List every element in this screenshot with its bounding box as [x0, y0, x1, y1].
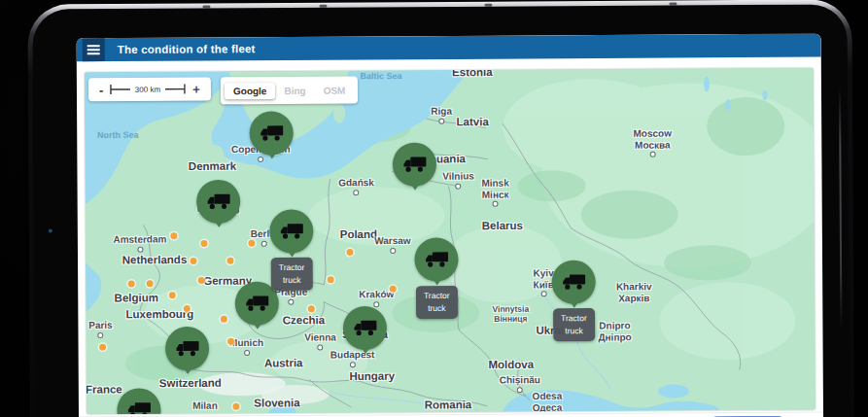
zoom-in-button[interactable]: +: [188, 82, 205, 96]
truck-marker[interactable]: [269, 209, 313, 253]
poi-dot: [128, 280, 135, 287]
poi-dot: [232, 403, 239, 410]
truck-icon: [401, 156, 427, 174]
city-dot-icon: [373, 301, 379, 307]
country-label: Romania: [425, 399, 472, 412]
poi-dot: [390, 286, 397, 293]
city-dot-icon: [456, 183, 462, 189]
city-dot-icon: [517, 387, 523, 393]
city-dot-icon: [244, 349, 250, 355]
scale-ruler-icon: 300 km: [110, 84, 186, 95]
country-label: Slovenia: [254, 397, 299, 410]
country-label: Estonia: [452, 68, 493, 80]
camera-reflection: [49, 228, 52, 232]
country-label: Belgium: [115, 292, 158, 304]
truck-marker[interactable]: [393, 143, 436, 187]
truck-tooltip: Tractortruck: [271, 258, 313, 292]
poi-dot: [227, 258, 234, 264]
device-bezel: The condition of the fleet: [32, 4, 850, 417]
city-label: Munich: [229, 337, 263, 356]
zoom-out-button[interactable]: -: [94, 83, 108, 97]
truck-marker[interactable]: [165, 327, 209, 370]
poi-dot: [169, 292, 176, 298]
truck-icon: [561, 273, 586, 292]
country-label: Poland: [340, 228, 377, 241]
tab-google[interactable]: Google: [225, 83, 276, 99]
poi-dot: [198, 277, 205, 284]
country-label: France: [86, 383, 122, 396]
truck-icon: [206, 192, 231, 211]
tab-bing[interactable]: Bing: [275, 82, 314, 98]
poi-dot: [328, 276, 334, 283]
city-label: Gdańsk: [338, 177, 374, 195]
country-label: Belarus: [482, 220, 523, 232]
hamburger-icon: [87, 49, 100, 51]
truck-marker[interactable]: [552, 261, 596, 304]
sea-label: Baltic Sea: [360, 71, 401, 82]
city-label: VinnytsiaВінниця: [492, 305, 529, 325]
poi-dot: [147, 280, 154, 287]
city-dot-icon: [540, 291, 546, 296]
city-label: MoscowМосква: [633, 128, 672, 157]
country-label: Czechia: [283, 314, 326, 327]
city-label: Warsaw: [374, 235, 411, 254]
city-label: Paris: [88, 320, 113, 338]
truck-icon: [244, 295, 269, 313]
truck-icon: [126, 400, 152, 414]
poi-dot: [308, 305, 315, 312]
hamburger-menu-button[interactable]: [83, 38, 105, 61]
city-dot-icon: [318, 344, 324, 350]
truck-marker[interactable]: [343, 306, 387, 350]
map-layer-switcher: Google Bing OSM: [221, 77, 359, 105]
truck-icon: [259, 123, 284, 142]
city-label: Kraków: [359, 289, 394, 307]
city-label: DniproДніпро: [598, 320, 631, 342]
truck-tooltip: Tractortruck: [416, 286, 458, 320]
poi-dot: [200, 240, 207, 247]
poi-dot: [99, 344, 106, 351]
truck-icon: [424, 250, 449, 268]
tab-osm[interactable]: OSM: [315, 82, 355, 98]
city-dot-icon: [288, 298, 294, 304]
poi-dot: [248, 240, 255, 247]
city-label: Riga: [431, 106, 452, 124]
country-label: Latvia: [457, 116, 489, 128]
country-label: Austria: [264, 357, 303, 369]
country-label: Hungary: [349, 370, 395, 384]
country-label: Denmark: [189, 160, 236, 174]
truck-icon: [279, 222, 304, 240]
app-header: The condition of the fleet: [77, 34, 821, 62]
city-label: OdesaОдеса: [533, 391, 563, 413]
city-dot-icon: [258, 156, 263, 161]
poi-dot: [346, 249, 353, 256]
scene: The condition of the fleet: [0, 0, 868, 417]
city-dot-icon: [493, 201, 499, 207]
city-dot-icon: [649, 152, 655, 157]
city-dot-icon: [390, 248, 396, 254]
city-label: Vienna: [304, 331, 336, 350]
poi-dot: [184, 305, 191, 312]
poi-dot: [227, 338, 234, 345]
truck-marker[interactable]: [414, 237, 458, 281]
poi-dot: [170, 232, 177, 239]
truck-tooltip: Tractortruck: [553, 308, 595, 342]
city-dot-icon: [137, 246, 143, 252]
city-dot-icon: [350, 362, 356, 367]
city-label: Milan: [192, 400, 218, 412]
truck-marker[interactable]: [196, 180, 240, 224]
device-edge-highlight: [839, 87, 843, 330]
truck-icon: [352, 319, 377, 337]
page-title: The condition of the fleet: [118, 43, 256, 55]
svg-text:300 km: 300 km: [135, 86, 161, 94]
map-canvas[interactable]: - 300 km +: [85, 68, 816, 415]
city-label: KyivКиїв: [533, 267, 553, 296]
city-label: MinskМінск: [481, 178, 509, 207]
city-label: Vilnius: [442, 171, 474, 190]
map-zoom-control: - 300 km +: [88, 77, 211, 101]
truck-marker[interactable]: [250, 111, 294, 155]
city-dot-icon: [261, 240, 267, 246]
city-dot-icon: [97, 331, 103, 337]
poi-dot: [191, 258, 197, 264]
poi-dot: [221, 316, 227, 323]
device-frame: The condition of the fleet: [27, 0, 854, 417]
